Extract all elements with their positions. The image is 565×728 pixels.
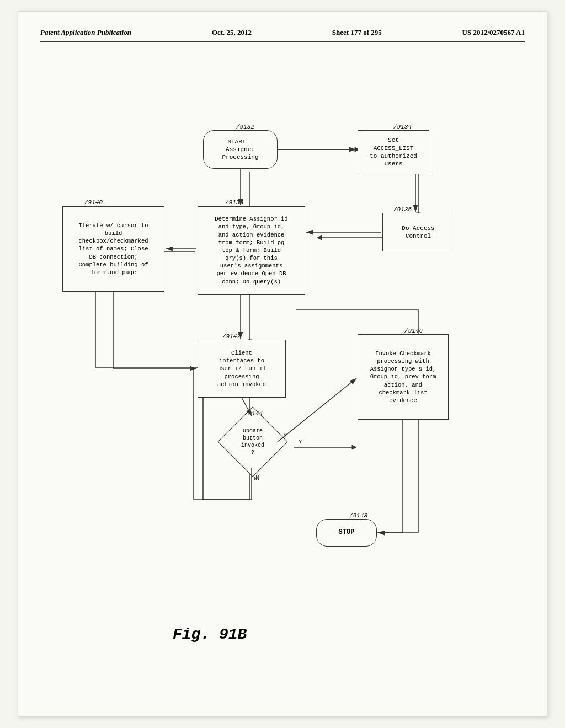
header-sheet: Sheet 177 of 295 — [332, 28, 382, 37]
node-9134: Set ACCESS_LIST to authorized users — [358, 130, 429, 174]
svg-text:N: N — [254, 475, 258, 482]
svg-text:Y: Y — [299, 438, 302, 445]
page-header: Patent Application Publication Oct. 25, … — [40, 28, 525, 42]
ref-9132: /9132 — [236, 124, 254, 130]
node-9140: Iterate w/ cursor to build checkbox/chec… — [62, 206, 164, 292]
ref-9140: /9140 — [84, 199, 103, 206]
figure-label: Fig. 91B — [173, 626, 247, 643]
ref-9134: /9134 — [393, 124, 412, 130]
header-publication-label: Patent Application Publication — [40, 28, 131, 37]
ref-9136: /9136 — [393, 206, 412, 213]
svg-marker-5 — [317, 235, 322, 240]
node-9138: Determine Assignor id and type, Group id… — [198, 206, 305, 295]
header-patent: US 2012/0270567 A1 — [462, 28, 525, 37]
n-label: N — [255, 475, 259, 483]
flowchart-diagram: Y N START – Assignee Processing /9132 — [40, 53, 525, 660]
node-9142: Client interfaces to user i/f until proc… — [198, 340, 286, 398]
node-9136: Do Access Control — [382, 213, 454, 251]
node-9144: Update button invoked ? — [228, 417, 278, 467]
svg-marker-18 — [352, 445, 356, 449]
svg-line-39 — [278, 378, 356, 442]
ref-9142: /9142 — [222, 333, 241, 340]
header-date: Oct. 25, 2012 — [212, 28, 252, 37]
ref-9144: /9144 — [244, 410, 263, 417]
ref-9138: /9138 — [225, 199, 243, 206]
node-9132: START – Assignee Processing — [203, 130, 278, 169]
ref-9146: /9146 — [404, 328, 423, 334]
patent-page: Patent Application Publication Oct. 25, … — [18, 11, 547, 717]
node-9146: Invoke Checkmark processing with Assigno… — [358, 334, 449, 420]
ref-9148: /9148 — [349, 512, 367, 519]
node-9148: STOP — [316, 519, 377, 547]
